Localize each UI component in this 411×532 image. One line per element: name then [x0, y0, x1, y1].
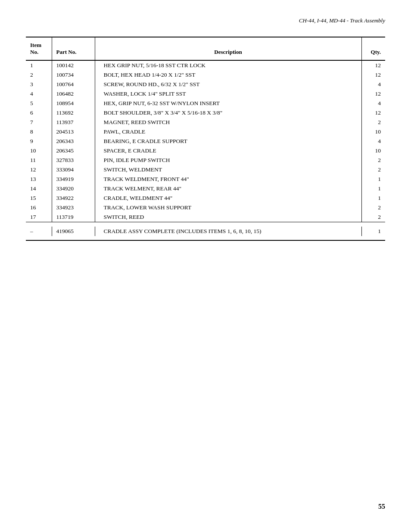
table-row: 6 113692 BOLT SHOULDER, 3/8" X 3/4" X 5/… — [26, 108, 385, 118]
col-header-qty: Qty. — [361, 37, 385, 60]
cell-qty: 12 — [361, 89, 385, 99]
cell-part: 100764 — [52, 80, 95, 89]
cell-part: 334922 — [52, 193, 95, 203]
table-row: 14 334920 TRACK WELMENT, REAR 44" 1 — [26, 184, 385, 193]
table-header-row: ItemNo. Part No. Description Qty. — [26, 37, 385, 60]
cell-description: HEX GRIP NUT, 5/16-18 SST CTR LOCK — [95, 61, 361, 71]
col-header-part: Part No. — [52, 37, 95, 60]
cell-description: HEX, GRIP NUT, 6-32 SST W/NYLON INSERT — [95, 99, 361, 108]
table-row-extra: – 419065 CRADLE ASSY COMPLETE (INCLUDES … — [26, 227, 385, 236]
table-row: 8 204513 PAWL, CRADLE 10 — [26, 127, 385, 137]
cell-qty: 12 — [361, 108, 385, 118]
cell-qty: 12 — [361, 61, 385, 71]
cell-part: 334920 — [52, 184, 95, 193]
cell-description: SPACER, E CRADLE — [95, 146, 361, 156]
page-header: CH-44, I-44, MD-44 - Track Assembly — [299, 17, 385, 24]
cell-item: 5 — [26, 99, 52, 108]
cell-description: SWITCH, REED — [95, 212, 361, 222]
cell-description: TRACK WELMENT, REAR 44" — [95, 184, 361, 193]
cell-description: PAWL, CRADLE — [95, 127, 361, 137]
col-header-description: Description — [95, 37, 361, 60]
cell-part: 334923 — [52, 203, 95, 212]
cell-qty-extra: 1 — [361, 227, 385, 236]
cell-description: SWITCH, WELDMENT — [95, 165, 361, 174]
cell-item: 8 — [26, 127, 52, 137]
cell-part: 333094 — [52, 165, 95, 174]
cell-description: CRADLE, WELDMENT 44" — [95, 193, 361, 203]
cell-qty: 1 — [361, 193, 385, 203]
cell-item: 13 — [26, 174, 52, 184]
table-row: 4 106482 WASHER, LOCK 1/4" SPLIT SST 12 — [26, 89, 385, 99]
cell-part: 113692 — [52, 108, 95, 118]
cell-qty: 1 — [361, 174, 385, 184]
col-header-item: ItemNo. — [26, 37, 52, 60]
table-row: 17 113719 SWITCH, REED 2 — [26, 212, 385, 222]
table-row: 13 334919 TRACK WELDMENT, FRONT 44" 1 — [26, 174, 385, 184]
cell-qty: 10 — [361, 146, 385, 156]
cell-part: 113937 — [52, 118, 95, 127]
header-title: CH-44, I-44, MD-44 - Track Assembly — [299, 17, 385, 24]
cell-qty: 2 — [361, 118, 385, 127]
cell-part: 113719 — [52, 212, 95, 222]
table-row: 15 334922 CRADLE, WELDMENT 44" 1 — [26, 193, 385, 203]
cell-qty: 2 — [361, 212, 385, 222]
cell-description: BEARING, E CRADLE SUPPORT — [95, 137, 361, 146]
cell-part: 100142 — [52, 61, 95, 71]
cell-item: 12 — [26, 165, 52, 174]
cell-description: PIN, IDLE PUMP SWITCH — [95, 156, 361, 165]
cell-item: 7 — [26, 118, 52, 127]
table-row: 12 333094 SWITCH, WELDMENT 2 — [26, 165, 385, 174]
cell-qty: 10 — [361, 127, 385, 137]
cell-part: 106482 — [52, 89, 95, 99]
cell-qty: 1 — [361, 184, 385, 193]
table-row: 11 327833 PIN, IDLE PUMP SWITCH 2 — [26, 156, 385, 165]
cell-item: 2 — [26, 70, 52, 80]
cell-description-extra: CRADLE ASSY COMPLETE (INCLUDES ITEMS 1, … — [95, 227, 361, 236]
cell-qty: 2 — [361, 165, 385, 174]
cell-part: 206345 — [52, 146, 95, 156]
table-row: 9 206343 BEARING, E CRADLE SUPPORT 4 — [26, 137, 385, 146]
table-row: 10 206345 SPACER, E CRADLE 10 — [26, 146, 385, 156]
table-row: 7 113937 MAGNET, REED SWITCH 2 — [26, 118, 385, 127]
cell-description: BOLT, HEX HEAD 1/4-20 X 1/2" SST — [95, 70, 361, 80]
cell-description: TRACK, LOWER WASH SUPPORT — [95, 203, 361, 212]
table-row: 5 108954 HEX, GRIP NUT, 6-32 SST W/NYLON… — [26, 99, 385, 108]
cell-item: 4 — [26, 89, 52, 99]
cell-description: BOLT SHOULDER, 3/8" X 3/4" X 5/16-18 X 3… — [95, 108, 361, 118]
table-row: 3 100764 SCREW, ROUND HD., 6/32 X 1/2" S… — [26, 80, 385, 89]
cell-item: 16 — [26, 203, 52, 212]
cell-item: 3 — [26, 80, 52, 89]
cell-item: 15 — [26, 193, 52, 203]
cell-part-extra: 419065 — [52, 227, 95, 236]
cell-item: 17 — [26, 212, 52, 222]
page-number: 55 — [378, 503, 385, 510]
cell-item: 11 — [26, 156, 52, 165]
cell-item: 1 — [26, 61, 52, 71]
cell-part: 204513 — [52, 127, 95, 137]
parts-table-container: ItemNo. Part No. Description Qty. 1 1001… — [26, 37, 385, 241]
cell-part: 206343 — [52, 137, 95, 146]
cell-part: 100734 — [52, 70, 95, 80]
cell-qty: 2 — [361, 156, 385, 165]
cell-description: MAGNET, REED SWITCH — [95, 118, 361, 127]
cell-item: 10 — [26, 146, 52, 156]
cell-item: 14 — [26, 184, 52, 193]
table-row: 1 100142 HEX GRIP NUT, 5/16-18 SST CTR L… — [26, 61, 385, 71]
cell-description: TRACK WELDMENT, FRONT 44" — [95, 174, 361, 184]
cell-part: 108954 — [52, 99, 95, 108]
cell-item: 9 — [26, 137, 52, 146]
cell-part: 327833 — [52, 156, 95, 165]
cell-description: WASHER, LOCK 1/4" SPLIT SST — [95, 89, 361, 99]
cell-qty: 12 — [361, 70, 385, 80]
cell-qty: 4 — [361, 99, 385, 108]
cell-qty: 4 — [361, 80, 385, 89]
cell-qty: 4 — [361, 137, 385, 146]
parts-table: ItemNo. Part No. Description Qty. 1 1001… — [26, 37, 385, 241]
cell-description: SCREW, ROUND HD., 6/32 X 1/2" SST — [95, 80, 361, 89]
cell-item: 6 — [26, 108, 52, 118]
cell-qty: 2 — [361, 203, 385, 212]
table-row: 16 334923 TRACK, LOWER WASH SUPPORT 2 — [26, 203, 385, 212]
table-row: 2 100734 BOLT, HEX HEAD 1/4-20 X 1/2" SS… — [26, 70, 385, 80]
cell-item-extra: – — [26, 227, 52, 236]
cell-part: 334919 — [52, 174, 95, 184]
